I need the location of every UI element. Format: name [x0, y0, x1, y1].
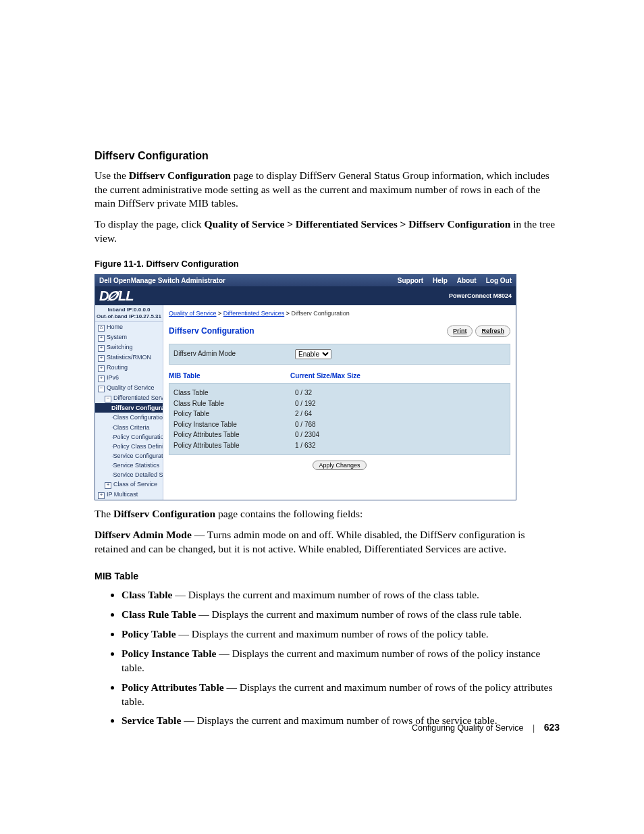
nav-label: Policy Class Definit [113, 443, 163, 450]
term: Policy Table [122, 628, 176, 640]
content-area: Quality of Service > Differentiated Serv… [163, 305, 516, 500]
nav-switching[interactable]: +Switching [95, 342, 163, 353]
mib-val: 0 / 192 [295, 399, 316, 409]
nav-class-conf[interactable]: ·Class Configuration [95, 413, 163, 422]
model-label: PowerConnect M8024 [449, 292, 512, 300]
menu-support[interactable]: Support [398, 276, 423, 286]
nav-service-conf[interactable]: ·Service Configuratio [95, 451, 163, 461]
section-heading: Diffserv Configuration [95, 149, 560, 163]
mib-table-heading: MIB Table [95, 570, 560, 583]
apply-changes-button[interactable]: Apply Changes [313, 461, 366, 470]
nav-qos[interactable]: −Quality of Service [95, 383, 163, 393]
mib-row: Policy Attributes Table1 / 632 [173, 440, 506, 451]
desc: — Displays the current and maximum numbe… [196, 608, 522, 620]
nav-label: Policy Configuration [113, 434, 163, 440]
breadcrumb-current: Diffserv Configuration [291, 310, 349, 317]
mib-bullet-list: Class Table — Displays the current and m… [95, 588, 560, 728]
mib-name: Class Table [173, 388, 295, 398]
post-figure-lead: The Diffserv Configuration page contains… [95, 507, 560, 521]
admin-mode-select[interactable]: Enable [295, 349, 331, 359]
inband-ip: Inband IP:0.0.0.0 [95, 307, 163, 313]
nav-cos[interactable]: +Class of Service [95, 479, 163, 490]
nav-policy-conf[interactable]: ·Policy Configuration [95, 432, 163, 442]
list-item: Policy Instance Table — Displays the cur… [122, 647, 560, 675]
ip-block: Inband IP:0.0.0.0 Out-of-band IP:10.27.5… [95, 305, 163, 322]
collapse-icon: − [98, 386, 105, 392]
nav-class-crit[interactable]: ·Class Criteria [95, 423, 163, 432]
top-menu: Support Help About Log Out [398, 276, 512, 286]
nav-label: Differentiated Services [113, 394, 163, 401]
menu-logout[interactable]: Log Out [486, 276, 512, 286]
figure-caption: Figure 11-1. Diffserv Configuration [95, 258, 560, 270]
nav-label: Home [107, 323, 123, 330]
nav-label: System [107, 334, 127, 340]
admin-mode-row: Diffserv Admin Mode Enable [173, 348, 506, 360]
mib-row: Policy Table2 / 64 [173, 409, 506, 419]
nav-system[interactable]: +System [95, 332, 163, 342]
expand-icon: + [98, 355, 105, 362]
nav-label: Service Statistics [113, 462, 160, 469]
page-number: 623 [544, 722, 560, 733]
nav-service-det[interactable]: ·Service Detailed Sta [95, 470, 163, 479]
mib-col-name: MIB Table [169, 371, 290, 381]
print-button[interactable]: Print [447, 325, 473, 336]
admin-mode-label: Diffserv Admin Mode [173, 349, 295, 359]
nav-tree: Inband IP:0.0.0.0 Out-of-band IP:10.27.5… [95, 305, 163, 500]
text: The [95, 508, 113, 519]
expand-icon: + [98, 365, 105, 372]
nav-service-stats[interactable]: ·Service Statistics [95, 461, 163, 470]
nav-label: Diffserv Configura [111, 405, 163, 411]
mib-name: Class Rule Table [173, 399, 295, 409]
bold-term: Diffserv Configuration [129, 170, 231, 181]
term: Policy Attributes Table [122, 681, 224, 693]
mib-name: Policy Attributes Table [173, 430, 295, 440]
nav-ipv6[interactable]: +IPv6 [95, 373, 163, 383]
term: Class Table [122, 589, 172, 600]
menu-about[interactable]: About [457, 276, 477, 286]
desc: — Displays the current and maximum numbe… [176, 628, 489, 640]
nav-stats[interactable]: +Statistics/RMON [95, 353, 163, 363]
admin-mode-desc: Diffserv Admin Mode — Turns admin mode o… [95, 528, 560, 556]
breadcrumb-ds[interactable]: Differentiated Services [223, 310, 284, 317]
mib-header-row: MIB Table Current Size/Max Size [169, 371, 510, 381]
nav-label: IPv6 [107, 374, 119, 381]
expand-icon: + [98, 375, 105, 382]
nav-label: Switching [107, 344, 133, 350]
embedded-screenshot: Dell OpenManage Switch Administrator Sup… [95, 274, 516, 501]
text: page contains the following fields: [215, 508, 363, 519]
bold-path: Quality of Service > Differentiated Serv… [204, 218, 510, 230]
nav-ipmc[interactable]: +IP Multicast [95, 490, 163, 500]
dell-logo: DØLL [99, 287, 133, 305]
nav-home[interactable]: ⌂Home [95, 322, 163, 332]
nav-label: Class of Service [113, 481, 157, 488]
nav-label: Class Criteria [113, 424, 150, 431]
page-footer: Configuring Quality of Service | 623 [412, 721, 560, 734]
mib-val: 0 / 768 [295, 420, 316, 429]
ui-body: Inband IP:0.0.0.0 Out-of-band IP:10.27.5… [95, 305, 516, 500]
nav-label: Quality of Service [107, 384, 155, 391]
nav-label: Service Detailed Sta [113, 471, 163, 478]
list-item: Policy Table — Displays the current and … [122, 627, 560, 642]
mib-val: 0 / 32 [295, 388, 312, 398]
mib-row: Policy Instance Table0 / 768 [173, 419, 506, 430]
mib-val: 0 / 2304 [295, 430, 319, 440]
mib-row: Class Rule Table0 / 192 [173, 398, 506, 409]
logo-bar: DØLL PowerConnect M8024 [95, 286, 516, 305]
refresh-button[interactable]: Refresh [475, 325, 510, 336]
nav-routing[interactable]: +Routing [95, 363, 163, 373]
intro-paragraph-1: Use the Diffserv Configuration page to d… [95, 169, 560, 211]
expand-icon: + [105, 482, 111, 489]
term: Service Table [122, 714, 181, 726]
home-icon: ⌂ [98, 325, 105, 332]
intro-paragraph-2: To display the page, click Quality of Se… [95, 217, 560, 246]
text: Use the [95, 170, 129, 181]
nav-diffserv[interactable]: −Differentiated Services [95, 393, 163, 403]
window-titlebar: Dell OpenManage Switch Administrator Sup… [95, 275, 516, 287]
term: Diffserv Admin Mode [95, 529, 192, 540]
mib-name: Policy Table [173, 409, 295, 419]
nav-policy-class[interactable]: ·Policy Class Definit [95, 442, 163, 451]
breadcrumb-qos[interactable]: Quality of Service [169, 310, 217, 317]
menu-help[interactable]: Help [433, 276, 448, 286]
mib-val: 2 / 64 [295, 409, 312, 419]
nav-diffserv-conf[interactable]: Diffserv Configura [95, 403, 163, 413]
